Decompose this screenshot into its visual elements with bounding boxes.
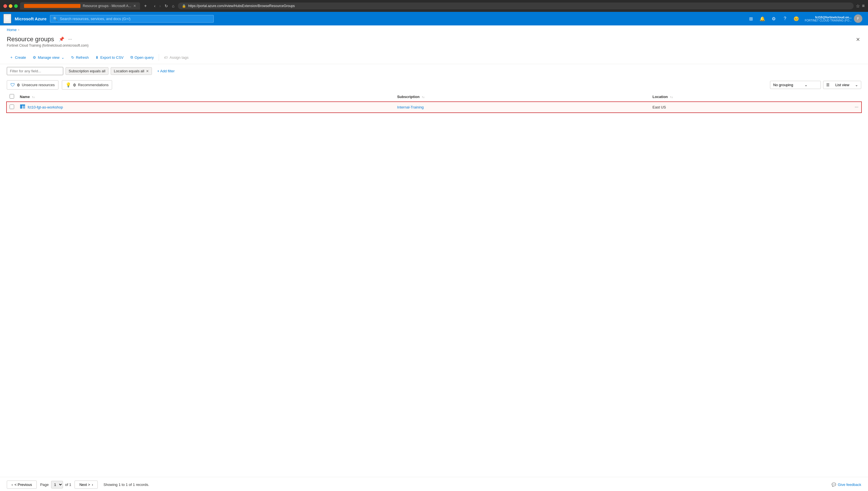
azure-nav-icons: ⊞ 🔔 ⚙ ? 😊 fct10@fortinetcloud.on... FORT… [746, 13, 865, 24]
recommendations-badge[interactable]: 💡 0 Recommendations [62, 80, 113, 90]
help-icon[interactable]: ? [780, 13, 790, 24]
azure-username: fct10@fortinetcloud.on... [805, 16, 851, 19]
search-icon: 🔍 [53, 17, 58, 21]
feedback-icon: 💬 [832, 483, 836, 487]
minimize-dot[interactable] [9, 4, 12, 8]
azure-topnav: ☰ Microsoft Azure 🔍 ⊞ 🔔 ⚙ ? 😊 fct10@fort… [0, 12, 868, 25]
manage-view-chevron: ⌄ [61, 55, 64, 60]
svg-rect-1 [23, 105, 25, 109]
row-more-cell: ··· [850, 102, 861, 112]
search-input[interactable] [60, 17, 211, 21]
view-select-button[interactable]: ☰ List view ⌄ [823, 81, 861, 89]
close-button[interactable]: ✕ [855, 35, 861, 44]
page-header: Resource groups 📌 ··· Fortinet Cloud Tra… [0, 34, 868, 51]
browser-dots [3, 4, 18, 8]
toolbar-separator [159, 54, 159, 61]
page-subtitle: Fortinet Cloud Training (fortinetcloud.o… [7, 44, 88, 48]
close-dot[interactable] [3, 4, 7, 8]
assign-tags-button[interactable]: 🏷 Assign tags [161, 54, 191, 61]
hamburger-menu-button[interactable]: ☰ [3, 14, 11, 24]
row-subscription-cell: Internal-Training [394, 102, 649, 112]
create-button[interactable]: ＋ Create [7, 53, 29, 62]
location-filter-tag[interactable]: Location equals all ✕ [111, 67, 152, 75]
azure-logo: Microsoft Azure [15, 17, 46, 21]
resource-group-icon [20, 104, 25, 110]
more-options-button[interactable]: ··· [67, 35, 73, 43]
home-button[interactable]: ⌂ [171, 3, 175, 9]
refresh-button[interactable]: ↻ [163, 3, 169, 9]
row-checkbox-cell [7, 102, 17, 112]
manage-view-icon: ⚙ [33, 55, 36, 60]
th-name[interactable]: Name ↑↓ [17, 92, 394, 102]
subscription-filter-tag[interactable]: Subscription equals all [65, 67, 108, 75]
filter-input[interactable] [7, 67, 63, 75]
azure-user-menu[interactable]: fct10@fortinetcloud.on... FORTINET CLOUD… [803, 13, 865, 24]
resource-table: Name ↑↓ Subscription ↑↓ Location ↑↓ [7, 92, 861, 112]
breadcrumb-home-link[interactable]: Home [7, 28, 17, 32]
page-info: Page 1 of 1 [40, 481, 71, 488]
th-location[interactable]: Location ↑↓ [650, 92, 850, 102]
previous-button[interactable]: ‹ < Previous [7, 481, 37, 489]
location-filter-close[interactable]: ✕ [146, 69, 149, 73]
row-location-cell: East US [650, 102, 850, 112]
refresh-button-toolbar[interactable]: ↻ Refresh [68, 54, 92, 61]
settings-icon[interactable]: ⚙ [769, 13, 779, 24]
new-tab-button[interactable]: + [142, 3, 148, 8]
page-title-row: Resource groups 📌 ··· [7, 35, 88, 43]
give-feedback-button[interactable]: 💬 Give feedback [832, 483, 861, 487]
grouping-chevron-icon: ⌄ [804, 83, 808, 87]
grouping-select-button[interactable]: No grouping ⌄ [770, 81, 821, 89]
stats-left: 🛡 0 Unsecure resources 💡 0 Recommendatio… [7, 80, 112, 90]
tab-favicon [24, 4, 81, 8]
address-bar[interactable]: 🔒 https://portal.azure.com/#view/HubsExt… [178, 3, 854, 9]
open-query-button[interactable]: ⧉ Open query [128, 53, 157, 61]
filters-row: Subscription equals all Location equals … [0, 64, 868, 78]
browser-action-icons: ☆ ≡ [856, 3, 865, 9]
menu-icon[interactable]: ≡ [862, 3, 865, 9]
toolbar: ＋ Create ⚙ Manage view ⌄ ↻ Refresh ⬇ Exp… [0, 51, 868, 64]
add-filter-button[interactable]: + Add filter [154, 67, 178, 75]
page-title: Resource groups [7, 36, 54, 43]
row-more-button[interactable]: ··· [855, 105, 859, 110]
create-icon: ＋ [9, 55, 13, 60]
shield-icon: 🛡 [10, 83, 15, 88]
row-checkbox[interactable] [9, 105, 14, 109]
table-area: Name ↑↓ Subscription ↑↓ Location ↑↓ [0, 92, 868, 477]
showing-text: Showing 1 to 1 of 1 records. [103, 483, 149, 487]
th-subscription[interactable]: Subscription ↑↓ [394, 92, 649, 102]
export-csv-button[interactable]: ⬇ Export to CSV [93, 54, 126, 61]
tags-icon: 🏷 [164, 55, 168, 60]
unsecure-resources-badge[interactable]: 🛡 0 Unsecure resources [7, 80, 58, 90]
manage-view-button[interactable]: ⚙ Manage view ⌄ [30, 54, 67, 61]
global-search-bar[interactable]: 🔍 [50, 15, 214, 23]
table-body: fct10-fgt-as-workshop Internal-Training … [7, 102, 861, 112]
resource-name-link[interactable]: fct10-fgt-as-workshop [28, 105, 63, 109]
back-button[interactable]: ‹ [153, 3, 157, 9]
avatar: F [854, 15, 862, 23]
browser-tab[interactable]: Resource groups - Microsoft A... ✕ [20, 2, 140, 9]
page-actions-top: 📌 ··· [58, 35, 73, 43]
select-all-checkbox[interactable] [9, 94, 14, 98]
feedback-nav-icon[interactable]: 😊 [791, 13, 801, 24]
azure-user-org: FORTINET CLOUD TRAINING (FO... [805, 19, 851, 22]
svg-rect-2 [20, 105, 25, 105]
breadcrumb-separator: › [18, 28, 19, 31]
notifications-icon[interactable]: 🔔 [757, 13, 768, 24]
pin-button[interactable]: 📌 [58, 35, 65, 43]
table-header: Name ↑↓ Subscription ↑↓ Location ↑↓ [7, 92, 861, 102]
pagination-footer: ‹ < Previous Page 1 of 1 Next > › Showin… [0, 477, 868, 491]
forward-button[interactable]: › [158, 3, 162, 9]
close-tab-icon[interactable]: ✕ [133, 4, 136, 8]
next-button[interactable]: Next > › [74, 481, 98, 489]
maximize-dot[interactable] [14, 4, 18, 8]
refresh-icon: ↻ [71, 55, 74, 60]
azure-user-info: fct10@fortinetcloud.on... FORTINET CLOUD… [805, 16, 851, 22]
portal-menu-icon[interactable]: ⊞ [746, 13, 756, 24]
page-select[interactable]: 1 [51, 481, 63, 488]
bookmark-icon[interactable]: ☆ [856, 3, 860, 9]
row-name-cell: fct10-fgt-as-workshop [17, 102, 394, 112]
name-cell: fct10-fgt-as-workshop [20, 104, 391, 110]
location-sort-icon: ↑↓ [670, 95, 673, 98]
main-area: Home › Resource groups 📌 ··· Fortinet Cl… [0, 25, 868, 491]
browser-chrome: Resource groups - Microsoft A... ✕ + ‹ ›… [0, 0, 868, 12]
